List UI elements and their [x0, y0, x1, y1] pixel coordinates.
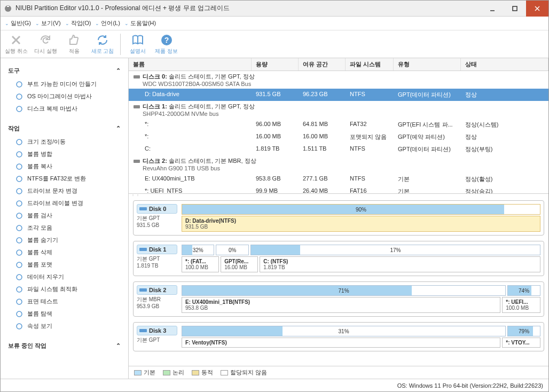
- menu-item[interactable]: ⌄언어(L): [95, 19, 120, 27]
- col-status[interactable]: 상태: [461, 58, 548, 70]
- usage-bar[interactable]: 79%: [507, 326, 540, 336]
- disk-badge[interactable]: Disk 2: [137, 285, 177, 295]
- svg-point-18: [17, 201, 22, 206]
- chevron-down-icon: ⌄: [65, 21, 69, 26]
- action-icon: [15, 286, 23, 293]
- sidebar-item[interactable]: 볼륨 포맷: [1, 258, 128, 271]
- partition-row[interactable]: C:1.819 TB1.511 TBNTFSGPT(데이터 파티션)정상(부팅): [129, 143, 548, 155]
- partition-row[interactable]: D: Data-drive931.5 GB96.23 GBNTFSGPT(데이터…: [129, 89, 548, 101]
- sidebar-item[interactable]: 드라이브 문자 변경: [1, 185, 128, 197]
- sidebar-item[interactable]: 볼륨 복사: [1, 160, 128, 173]
- svg-rect-29: [134, 75, 140, 79]
- sidebar-item[interactable]: 부트 가능한 미디어 만들기: [1, 78, 128, 90]
- svg-point-15: [17, 164, 22, 169]
- svg-point-16: [17, 176, 22, 182]
- manual-button[interactable]: 설명서: [127, 34, 148, 55]
- svg-point-28: [17, 324, 22, 329]
- chevron-up-icon: ⌃: [116, 67, 121, 74]
- legend-primary: 기본: [134, 369, 155, 377]
- usage-bar[interactable]: 71%: [182, 285, 506, 296]
- menu-item[interactable]: ⌄도움말(H): [124, 19, 156, 27]
- menu-item[interactable]: ⌄작업(O): [65, 19, 91, 27]
- disk-icon: [133, 103, 140, 111]
- sidebar-item[interactable]: 표면 테스트: [1, 295, 128, 308]
- redo-button[interactable]: 다시 실행: [34, 34, 57, 55]
- disk-header[interactable]: 디스크 0: 솔리드 스테이트, 기본 GPT, 정상WDC WDS100T2B…: [129, 71, 548, 89]
- sidebar-ops-header[interactable]: 작업 ⌃: [1, 121, 128, 136]
- col-capacity[interactable]: 용량: [252, 58, 299, 70]
- refresh-icon: [96, 34, 109, 46]
- col-type[interactable]: 유형: [394, 58, 461, 70]
- sidebar-item[interactable]: 볼륨 검사: [1, 209, 128, 222]
- sidebar-item[interactable]: NTFS를 FAT32로 변환: [1, 173, 128, 185]
- svg-rect-1: [7, 6, 9, 7]
- legend: 기본 논리 동적 할당되지 않음: [129, 366, 548, 379]
- partition-label[interactable]: *: (FAT...100.0 MB: [182, 256, 219, 272]
- close-button[interactable]: [526, 1, 548, 17]
- sidebar-item[interactable]: 볼륨 삭제: [1, 246, 128, 258]
- partition-row[interactable]: *:96.00 MB64.81 MBFAT32GPT(EFI 시스템 파...정…: [129, 119, 548, 131]
- svg-point-24: [17, 275, 22, 280]
- refresh-button[interactable]: 새로 고침: [91, 34, 114, 55]
- usage-bar[interactable]: 32%: [182, 245, 214, 255]
- svg-rect-33: [139, 248, 147, 251]
- partition-label[interactable]: E: UX400mini_1TB(NTFS)953.8 GB: [182, 297, 500, 313]
- disk-badge[interactable]: Disk 0: [137, 204, 177, 214]
- disk-card: Disk 2기본 MBR953.9 GB71%74%E: UX400mini_1…: [133, 281, 544, 317]
- titlebar: NIUBI Partition Editor v10.1.0 - Profess…: [1, 1, 548, 17]
- sidebar-pending-header[interactable]: 보류 중인 작업 ⌃: [1, 339, 128, 353]
- partition-label[interactable]: *: UEFI...100.0 MB: [502, 297, 540, 313]
- menu-item[interactable]: ⌄일반(G): [5, 19, 31, 27]
- about-button[interactable]: ? 제품 정보: [155, 34, 178, 55]
- sidebar-tools-header[interactable]: 도구 ⌃: [1, 64, 128, 78]
- minimize-button[interactable]: [481, 1, 504, 17]
- partition-row[interactable]: *:16.00 MB16.00 MB포맷되지 않음GPT(예약 파티션)정상: [129, 131, 548, 143]
- action-icon: [15, 81, 23, 88]
- action-icon: [15, 163, 23, 170]
- usage-bar[interactable]: 90%: [182, 204, 540, 215]
- sidebar-item[interactable]: 조각 모음: [1, 222, 128, 234]
- usage-bar[interactable]: 74%: [507, 285, 540, 296]
- partition-label[interactable]: GPT(Re...16.00 MB: [221, 256, 258, 272]
- col-fs[interactable]: 파일 시스템: [346, 58, 394, 70]
- disk-header[interactable]: 디스크 2: 솔리드 스테이트, 기본 MBR, 정상RevuAhn G900 …: [129, 155, 548, 173]
- chevron-down-icon: ⌄: [124, 21, 129, 26]
- sidebar-item[interactable]: 볼륨 병합: [1, 148, 128, 160]
- usage-bar[interactable]: 0%: [216, 245, 248, 255]
- sidebar-item[interactable]: 드라이브 레이블 변경: [1, 197, 128, 209]
- apply-button[interactable]: 적용: [64, 34, 85, 55]
- usage-bar[interactable]: 31%: [182, 326, 506, 336]
- action-icon: [15, 212, 23, 219]
- partition-label[interactable]: D: Data-drive(NTFS)931.5 GB: [182, 216, 540, 232]
- app-icon: [4, 4, 12, 13]
- action-icon: [15, 200, 23, 207]
- partition-label[interactable]: C: (NTFS)1.819 TB: [260, 256, 540, 272]
- sidebar-item[interactable]: 볼륨 숨기기: [1, 234, 128, 246]
- sidebar-item[interactable]: 디스크 복제 마법사: [1, 103, 128, 115]
- disk-card: Disk 0기본 GPT931.5 GB90%D: Data-drive(NTF…: [133, 200, 544, 236]
- partition-label[interactable]: *: VTOY...: [502, 338, 540, 348]
- partition-row[interactable]: E: UX400mini_1TB953.8 GB277.1 GBNTFS기본정상…: [129, 173, 548, 185]
- sidebar-item[interactable]: 볼륨 탐색: [1, 308, 128, 320]
- chevron-up-icon: ⌃: [116, 125, 121, 132]
- partition-label[interactable]: F: Ventoy(NTFS): [182, 338, 500, 348]
- menu-item[interactable]: ⌄보기(V): [35, 19, 61, 27]
- partition-row[interactable]: *: UEFI_NTFS99.9 MB26.40 MBFAT16기본정상(숨김): [129, 185, 548, 194]
- svg-point-13: [17, 139, 22, 145]
- disk-badge[interactable]: Disk 1: [137, 245, 177, 254]
- col-free[interactable]: 여유 공간: [299, 58, 346, 70]
- usage-bar[interactable]: 17%: [250, 245, 540, 255]
- sidebar-item[interactable]: 파일 시스템 최적화: [1, 283, 128, 295]
- sidebar-item[interactable]: 크기 조정/이동: [1, 136, 128, 148]
- undo-button[interactable]: 실행 취소: [5, 34, 28, 55]
- disk-icon: [139, 328, 147, 333]
- action-icon: [15, 237, 23, 244]
- maximize-button[interactable]: [504, 1, 526, 17]
- disk-header[interactable]: 디스크 1: 솔리드 스테이트, 기본 GPT, 정상SHPP41-2000GM…: [129, 101, 548, 119]
- sidebar-item[interactable]: 속성 보기: [1, 320, 128, 332]
- disk-badge[interactable]: Disk 3: [137, 326, 177, 335]
- disk-icon: [139, 287, 147, 293]
- sidebar-item[interactable]: 데이터 지우기: [1, 271, 128, 283]
- sidebar-item[interactable]: OS 마이그레이션 마법사: [1, 90, 128, 103]
- col-volume[interactable]: 볼륨: [129, 58, 252, 70]
